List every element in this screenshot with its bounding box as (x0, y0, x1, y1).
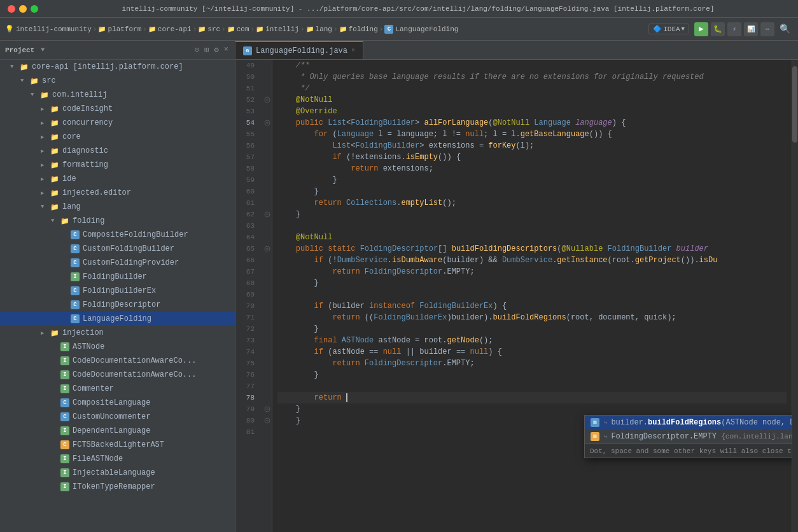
tree-item-ASTNode[interactable]: I ASTNode (0, 340, 235, 354)
tree-item-FileASTNode[interactable]: I FileASTNode (0, 452, 235, 466)
gutter-68[interactable] (262, 277, 272, 289)
tree-item-Commenter[interactable]: I Commenter (0, 382, 235, 396)
breadcrumb-folding[interactable]: 📁 folding (339, 25, 378, 33)
gutter-63[interactable] (262, 220, 272, 232)
tree-item-FCTSBackedLighterAST[interactable]: C FCTSBackedLighterAST (0, 438, 235, 452)
tree-item-concurrency[interactable]: ▶ 📁 concurrency (0, 116, 235, 130)
gutter-74[interactable] (262, 346, 272, 358)
gutter-81[interactable] (262, 426, 272, 438)
gutter-69[interactable] (262, 289, 272, 300)
tree-label-root: core-api [intellij.platform.core] (32, 62, 183, 71)
tree-item-FoldingDescriptor[interactable]: C FoldingDescriptor (0, 298, 235, 312)
tree-item-ITokenTypeRemapper[interactable]: I ITokenTypeRemapper (0, 480, 235, 494)
tree-item-root[interactable]: ▼ 📁 core-api [intellij.platform.core] (0, 60, 235, 74)
tree-label-ASTNode: ASTNode (73, 342, 104, 351)
tree-item-formatting[interactable]: ▶ 📁 formatting (0, 158, 235, 172)
more-run-button[interactable]: ⋯ (760, 22, 774, 36)
scroll-thumb[interactable] (792, 66, 797, 143)
tree-item-lang[interactable]: ▼ 📁 lang (0, 200, 235, 214)
gutter-59[interactable] (262, 174, 272, 186)
maximize-button[interactable] (31, 5, 38, 13)
breadcrumb-platform[interactable]: 📁 platform (98, 25, 141, 33)
gutter-52[interactable] (262, 94, 272, 106)
search-everywhere-button[interactable]: 🔍 (777, 22, 793, 36)
gutter-66[interactable] (262, 255, 272, 266)
gutter-56[interactable] (262, 140, 272, 151)
tree-item-CompositeLanguage[interactable]: C CompositeLanguage (0, 396, 235, 410)
gutter-60[interactable] (262, 186, 272, 197)
code-line-62: } (277, 209, 787, 220)
sidebar-expand-button[interactable]: ⊞ (203, 44, 210, 56)
tree-item-core[interactable]: ▶ 📁 core (0, 130, 235, 144)
close-button[interactable] (8, 5, 15, 13)
tree-item-CustomUncommenter[interactable]: C CustomUncommenter (0, 410, 235, 424)
gutter-54[interactable] (262, 117, 272, 129)
tree-item-folding[interactable]: ▼ 📁 folding (0, 214, 235, 228)
sidebar-close-button[interactable]: × (223, 44, 230, 56)
gutter-73[interactable] (262, 335, 272, 346)
code-content[interactable]: /** * Only queries base language results… (272, 60, 792, 532)
tree-item-com-intellij[interactable]: ▼ 📁 com.intellij (0, 88, 235, 102)
tree-item-src[interactable]: ▼ 📁 src (0, 74, 235, 88)
gutter-67[interactable] (262, 266, 272, 277)
gutter-78[interactable] (262, 392, 272, 403)
run-config[interactable]: 🔷 IDEA ▼ (648, 24, 689, 34)
tab-languagefolding[interactable]: G LanguageFolding.java × (235, 41, 363, 59)
breadcrumb-languagefolding[interactable]: C LanguageFolding (384, 25, 458, 34)
gutter-77[interactable] (262, 381, 272, 392)
tree-item-CustomFoldingBuilder[interactable]: C CustomFoldingBuilder (0, 242, 235, 256)
tree-item-ide[interactable]: ▶ 📁 ide (0, 172, 235, 186)
gutter-71[interactable] (262, 312, 272, 323)
gutter-50[interactable] (262, 71, 272, 83)
ac-item-0[interactable]: m ↪ builder.buildFoldRegions(ASTNode nod… (585, 416, 792, 430)
tab-close-button[interactable]: × (351, 47, 355, 54)
breadcrumb-intellij-community[interactable]: 💡 intellij-community (5, 25, 92, 33)
breadcrumb-core-api[interactable]: 📁 core-api (148, 25, 192, 33)
ac-item-1[interactable]: m ↪ FoldingDescriptor.EMPTY {com.intelli… (585, 430, 792, 444)
profile-button[interactable]: 📊 (744, 22, 758, 36)
breadcrumb-src[interactable]: 📁 src (198, 25, 220, 33)
debug-button[interactable]: 🐛 (711, 22, 725, 36)
tree-item-injected-editor[interactable]: ▶ 📁 injected.editor (0, 186, 235, 200)
gutter-51[interactable] (262, 83, 272, 94)
tree-item-CodeDocumentationAwareCo2[interactable]: I CodeDocumentationAwareCo... (0, 368, 235, 382)
gutter-62[interactable] (262, 209, 272, 220)
gutter-49[interactable] (262, 60, 272, 71)
coverage-button[interactable]: ⚡ (727, 22, 741, 36)
breadcrumb-lang[interactable]: 📁 lang (306, 25, 332, 33)
gutter-58[interactable] (262, 163, 272, 174)
tree-item-CodeDocumentationAwareCo1[interactable]: I CodeDocumentationAwareCo... (0, 354, 235, 368)
editor-area: G LanguageFolding.java × 49 50 51 52 53 … (235, 41, 798, 532)
tree-item-InjectableLanguage[interactable]: I InjectableLanguage (0, 466, 235, 480)
tree-item-LanguageFolding[interactable]: C LanguageFolding (0, 312, 235, 326)
breadcrumb-com[interactable]: 📁 com (227, 25, 249, 33)
editor-scrollbar[interactable] (792, 60, 798, 532)
gutter-65[interactable] (262, 243, 272, 255)
tree-item-FoldingBuilder[interactable]: I FoldingBuilder (0, 270, 235, 284)
gutter-61[interactable] (262, 197, 272, 209)
gutter-72[interactable] (262, 323, 272, 335)
gutter-55[interactable] (262, 129, 272, 140)
gutter-53[interactable] (262, 106, 272, 117)
line-num-55: 55 (235, 129, 258, 140)
sidebar-locate-button[interactable]: ⊙ (193, 44, 200, 56)
gutter-57[interactable] (262, 151, 272, 163)
tree-item-CompositeFoldingBuilder[interactable]: C CompositeFoldingBuilder (0, 228, 235, 242)
breadcrumb-intellij[interactable]: 📁 intellij (256, 25, 299, 33)
gutter-70[interactable] (262, 300, 272, 312)
gutter-75[interactable] (262, 358, 272, 369)
tree-item-DependentLanguage[interactable]: I DependentLanguage (0, 424, 235, 438)
gutter-76[interactable] (262, 369, 272, 381)
tree-item-codeInsight[interactable]: ▶ 📁 codeInsight (0, 102, 235, 116)
tree-label-DependentLanguage: DependentLanguage (73, 426, 150, 435)
gutter-80[interactable] (262, 415, 272, 426)
tree-item-FoldingBuilderEx[interactable]: C FoldingBuilderEx (0, 284, 235, 298)
sidebar-settings-button[interactable]: ⚙ (213, 44, 220, 56)
gutter-64[interactable] (262, 232, 272, 243)
tree-item-diagnostic[interactable]: ▶ 📁 diagnostic (0, 144, 235, 158)
tree-item-CustomFoldingProvider[interactable]: C CustomFoldingProvider (0, 256, 235, 270)
tree-item-injection[interactable]: ▶ 📁 injection (0, 326, 235, 340)
minimize-button[interactable] (19, 5, 27, 13)
gutter-79[interactable] (262, 403, 272, 415)
run-button[interactable]: ▶ (694, 22, 708, 36)
